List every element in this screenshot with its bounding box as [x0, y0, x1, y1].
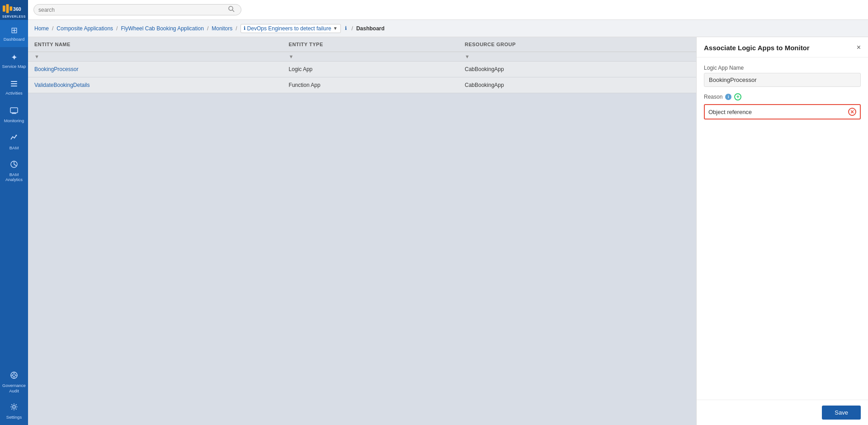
table-row: ValidateBookingDetails Function App CabB… — [28, 77, 696, 93]
panel-title: Associate Logic Apps to Monitor — [704, 44, 810, 52]
sidebar-item-label: Activities — [5, 91, 22, 96]
col-entity-name: ENTITY NAME — [28, 37, 283, 52]
sidebar-item-label: Settings — [6, 415, 22, 420]
right-panel-body: Logic App Name BookingProcessor Reason i… — [697, 57, 868, 400]
reason-add-button[interactable]: + — [734, 93, 741, 100]
breadcrumb-flywheel[interactable]: FlyWheel Cab Booking Application — [121, 25, 203, 32]
table-filter-row: ▼ ▼ ▼ — [28, 52, 696, 62]
svg-point-13 — [13, 374, 15, 377]
entity-name-link-1[interactable]: BookingProcessor — [34, 66, 78, 72]
table-header-row: ENTITY NAME ENTITY TYPE RESOURCE GROUP — [28, 37, 696, 52]
reason-input[interactable] — [708, 109, 844, 115]
governance-audit-icon — [10, 371, 18, 382]
filter-resource-group: ▼ — [458, 52, 696, 62]
breadcrumb-sep-5: / — [352, 25, 353, 32]
svg-point-19 — [229, 6, 233, 10]
svg-rect-9 — [12, 113, 16, 114]
breadcrumb-home[interactable]: Home — [34, 25, 49, 32]
right-panel-header: Associate Logic Apps to Monitor × — [697, 37, 868, 57]
breadcrumb-monitors[interactable]: Monitors — [212, 25, 232, 32]
sidebar-item-dashboard[interactable]: ⊞ Dashboard — [0, 20, 28, 47]
monitor-detail-icon: ℹ — [345, 25, 347, 31]
reason-input-box: × — [704, 104, 861, 119]
save-button[interactable]: Save — [822, 406, 861, 420]
filter-icon-entity-type[interactable]: ▼ — [289, 54, 294, 59]
search-icon — [228, 6, 235, 14]
sidebar-item-label: Governance Audit — [2, 383, 26, 393]
breadcrumb-sep-3: / — [207, 25, 208, 32]
cell-entity-name-2: ValidateBookingDetails — [28, 77, 283, 93]
logic-app-label: Logic App Name — [704, 65, 861, 71]
sidebar: 360 SERVERLESS ⊞ Dashboard ✦ Service Map… — [0, 0, 28, 425]
svg-rect-2 — [9, 6, 12, 11]
right-panel: Associate Logic Apps to Monitor × Logic … — [696, 37, 868, 425]
activities-icon — [10, 80, 18, 89]
reason-remove-button[interactable]: × — [848, 108, 856, 116]
breadcrumb-monitor-name: DevOps Engineers to detect failure — [247, 25, 331, 32]
svg-text:360: 360 — [13, 6, 21, 11]
table-container: ENTITY NAME ENTITY TYPE RESOURCE GROUP — [28, 37, 696, 425]
breadcrumb-sep-1: / — [52, 25, 53, 32]
dashboard-icon: ⊞ — [11, 25, 18, 35]
svg-rect-5 — [11, 83, 17, 84]
svg-rect-7 — [10, 108, 18, 113]
bam-icon — [10, 134, 18, 144]
close-button[interactable]: × — [857, 43, 861, 52]
breadcrumb-dropdown-arrow: ▼ — [333, 26, 338, 31]
sidebar-item-governance-audit[interactable]: Governance Audit — [0, 367, 28, 398]
data-table: ENTITY NAME ENTITY TYPE RESOURCE GROUP — [28, 37, 696, 93]
service-map-icon: ✦ — [11, 53, 18, 62]
svg-line-20 — [232, 10, 234, 12]
main-area: Home / Composite Applications / FlyWheel… — [28, 0, 868, 425]
col-resource-group: RESOURCE GROUP — [458, 37, 696, 52]
entity-name-link-2[interactable]: ValidateBookingDetails — [34, 82, 90, 88]
breadcrumb-sep-2: / — [116, 25, 118, 32]
sidebar-item-label: Monitoring — [4, 118, 24, 123]
sidebar-item-label: BAM — [9, 145, 19, 150]
reason-label: Reason — [704, 94, 722, 100]
svg-point-18 — [13, 406, 15, 408]
svg-rect-0 — [3, 5, 5, 11]
right-panel-footer: Save — [697, 400, 868, 425]
sidebar-item-service-map[interactable]: ✦ Service Map — [0, 47, 28, 74]
breadcrumb-composite-apps[interactable]: Composite Applications — [57, 25, 113, 32]
table-row: BookingProcessor Logic App CabBookingApp — [28, 62, 696, 77]
reason-label-row: Reason i + — [704, 93, 861, 100]
search-bar[interactable] — [33, 4, 241, 15]
sidebar-item-label: BAM Analytics — [2, 172, 26, 182]
sidebar-item-label: Dashboard — [4, 37, 24, 42]
reason-info-icon[interactable]: i — [725, 94, 731, 100]
breadcrumb-monitor-dropdown[interactable]: ℹ DevOps Engineers to detect failure ▼ — [241, 24, 341, 33]
cell-entity-type-2: Function App — [283, 77, 458, 93]
filter-icon-resource-group[interactable]: ▼ — [465, 54, 470, 59]
filter-icon-entity-name[interactable]: ▼ — [34, 54, 39, 59]
col-entity-type: ENTITY TYPE — [283, 37, 458, 52]
cell-entity-name-1: BookingProcessor — [28, 62, 283, 77]
sidebar-logo: 360 SERVERLESS — [0, 0, 28, 20]
sidebar-item-settings[interactable]: Settings — [0, 398, 28, 425]
search-input[interactable] — [38, 7, 228, 13]
filter-entity-type: ▼ — [283, 52, 458, 62]
sidebar-item-monitoring[interactable]: Monitoring — [0, 101, 28, 129]
monitoring-icon — [10, 106, 18, 117]
breadcrumb-sep-4: / — [236, 25, 237, 32]
svg-rect-1 — [6, 4, 9, 13]
header — [28, 0, 868, 20]
cell-resource-group-2: CabBookingApp — [458, 77, 696, 93]
breadcrumb: Home / Composite Applications / FlyWheel… — [28, 20, 868, 37]
breadcrumb-page: Dashboard — [356, 25, 385, 32]
monitor-info-icon: ℹ — [244, 25, 245, 31]
sidebar-item-bam-analytics[interactable]: BAM Analytics — [0, 156, 28, 187]
svg-rect-4 — [11, 81, 17, 82]
cell-resource-group-1: CabBookingApp — [458, 62, 696, 77]
sidebar-item-label: Service Map — [2, 64, 26, 69]
logic-app-value: BookingProcessor — [704, 73, 861, 87]
svg-rect-6 — [11, 86, 17, 86]
bam-analytics-icon — [10, 160, 18, 171]
settings-icon — [10, 403, 18, 413]
sidebar-item-bam[interactable]: BAM — [0, 129, 28, 156]
cell-entity-type-1: Logic App — [283, 62, 458, 77]
svg-point-10 — [16, 135, 17, 136]
filter-entity-name: ▼ — [28, 52, 283, 62]
sidebar-item-activities[interactable]: Activities — [0, 74, 28, 101]
